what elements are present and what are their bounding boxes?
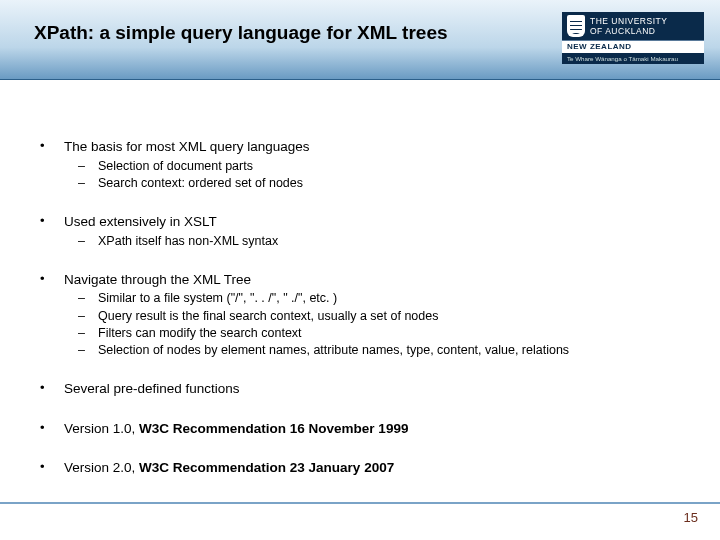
bullet-item: Navigate through the XML TreeSimilar to … — [34, 271, 686, 359]
sub-item: Similar to a file system ("/", ". . /", … — [64, 290, 686, 306]
bullet-text: Navigate through the XML Tree — [64, 272, 251, 287]
bullet-item: Several pre-defined functions — [34, 380, 686, 398]
crest-icon — [567, 15, 585, 37]
sub-item: Filters can modify the search context — [64, 325, 686, 341]
bullet-item: Used extensively in XSLTXPath itself has… — [34, 213, 686, 249]
slide-body: The basis for most XML query languagesSe… — [0, 80, 720, 477]
sub-item: XPath itself has non-XML syntax — [64, 233, 686, 249]
sub-item: Selection of nodes by element names, att… — [64, 342, 686, 358]
logo-top-row: THE UNIVERSITY OF AUCKLAND — [562, 12, 704, 41]
bullet-list: The basis for most XML query languagesSe… — [34, 138, 686, 477]
page-number: 15 — [684, 506, 720, 525]
bullet-item: Version 1.0, W3C Recommendation 16 Novem… — [34, 420, 686, 438]
university-logo: THE UNIVERSITY OF AUCKLAND NEW ZEALAND T… — [562, 12, 704, 64]
sub-list: Selection of document partsSearch contex… — [64, 158, 686, 192]
bullet-text: Used extensively in XSLT — [64, 214, 217, 229]
header: XPath: a simple query language for XML t… — [0, 0, 720, 80]
sub-item: Selection of document parts — [64, 158, 686, 174]
sub-list: Similar to a file system ("/", ". . /", … — [64, 290, 686, 358]
bullet-item: Version 2.0, W3C Recommendation 23 Janua… — [34, 459, 686, 477]
logo-bottom-text: Te Whare Wānanga o Tāmaki Makaurau — [562, 53, 704, 64]
sub-list: XPath itself has non-XML syntax — [64, 233, 686, 249]
bullet-text: Several pre-defined functions — [64, 381, 240, 396]
logo-mid-text: NEW ZEALAND — [562, 41, 704, 53]
logo-main-text: THE UNIVERSITY OF AUCKLAND — [590, 16, 667, 36]
bullet-text: Version 1.0, W3C Recommendation 16 Novem… — [64, 421, 408, 436]
footer: 15 — [0, 502, 720, 526]
bullet-text: The basis for most XML query languages — [64, 139, 310, 154]
bullet-item: The basis for most XML query languagesSe… — [34, 138, 686, 191]
sub-item: Query result is the final search context… — [64, 308, 686, 324]
slide: XPath: a simple query language for XML t… — [0, 0, 720, 540]
sub-item: Search context: ordered set of nodes — [64, 175, 686, 191]
bullet-text: Version 2.0, W3C Recommendation 23 Janua… — [64, 460, 394, 475]
slide-title: XPath: a simple query language for XML t… — [34, 22, 448, 44]
